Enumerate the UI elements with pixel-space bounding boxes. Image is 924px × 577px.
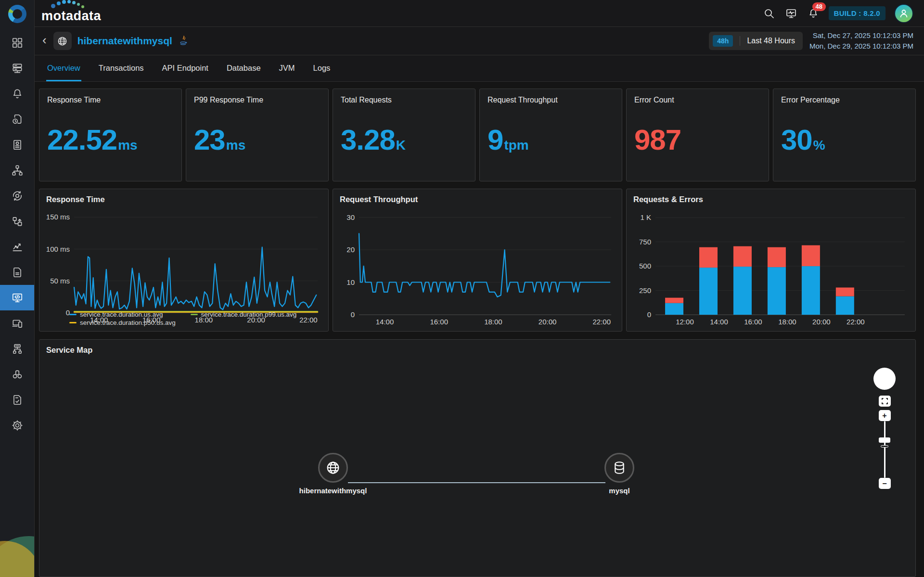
server-monitor-icon [11,62,24,75]
topbar: motadata 48 BUILD : 8.2.0 [35,0,924,27]
zoom-slider-handle[interactable] [879,437,890,443]
svg-text:1 K: 1 K [640,213,651,221]
kpi-row: Response Time 22.52ms P99 Response Time … [39,89,916,181]
file-clock-icon [11,113,24,126]
sidebar-item-devices[interactable] [0,310,35,336]
monitor-activity-button[interactable] [784,7,798,20]
notifications-button[interactable]: 48 [807,7,820,20]
node-label: mysql [609,487,629,495]
svg-text:16:00: 16:00 [744,318,762,326]
report-doc-icon [11,139,24,151]
build-version-badge: BUILD : 8.2.0 [829,6,886,20]
kpi-request-throughput: Request Throughput 9tpm [479,89,622,181]
page-title: hibernatewithmysql [77,35,172,47]
sidebar-item-network[interactable] [0,336,35,361]
tab-api-endpoint[interactable]: API Endpoint [161,57,209,81]
sidebar-item-alerts[interactable] [0,81,35,106]
svg-text:0: 0 [351,310,355,319]
sidebar-item-integrations[interactable] [0,208,35,234]
kpi-value: 3.28 [341,124,395,156]
node-label: hibernatewithmysql [299,487,367,495]
bell-icon [11,88,24,100]
pan-left-icon [875,376,880,381]
kpi-response-time: Response Time 22.52ms [39,89,182,181]
tab-database[interactable]: Database [226,57,262,81]
sidebar-item-logs[interactable] [0,259,35,285]
fit-icon [882,398,888,404]
sidebar-item-settings[interactable] [0,412,35,438]
binoculars-icon [11,368,24,381]
svg-text:22:00: 22:00 [593,318,611,326]
kpi-unit: ms [226,138,245,153]
chart-legend: service.trace.duration.us.avgservice.tra… [46,310,321,327]
sidebar-item-dashboard[interactable] [0,30,35,55]
user-icon [898,8,910,19]
zoom-out-button[interactable]: − [879,478,891,489]
svg-text:20:00: 20:00 [539,318,557,326]
breadcrumb-bar: ‹ hibernatewithmysql 48h Last 48 Hours [35,27,924,55]
brand-logo: motadata [41,3,101,24]
kpi-unit: K [396,138,406,153]
svg-text:18:00: 18:00 [484,318,502,326]
service-map-node-mysql[interactable]: mysql [590,453,648,495]
zoom-slider-mark [881,445,888,448]
zoom-in-button[interactable]: + [879,410,891,421]
gear-sync-icon [11,190,24,202]
kpi-value: 30 [781,124,812,156]
kpi-unit: % [813,138,825,153]
service-map-title: Service Map [46,346,909,355]
kpi-p99-response-time: P99 Response Time 23ms [186,89,329,181]
user-avatar[interactable] [894,4,913,23]
pan-control[interactable] [873,368,896,390]
brand-text: motadata [41,9,101,23]
range-start-date: Sat, Dec 27, 2025 10:12:03 PM [809,30,913,41]
kpi-unit: ms [118,138,137,153]
svg-text:750: 750 [639,238,651,246]
sidebar-item-discovery[interactable] [0,361,35,387]
svg-text:12:00: 12:00 [676,318,694,326]
kpi-unit: tpm [504,138,528,153]
zoom-slider[interactable] [878,421,891,478]
sidebar [0,0,35,577]
sidebar-item-apm[interactable] [0,285,35,310]
fit-to-screen-button[interactable] [879,396,891,407]
tab-bar: Overview Transactions API Endpoint Datab… [35,55,924,82]
kpi-total-requests: Total Requests 3.28K [333,89,475,181]
sidebar-item-metrics[interactable] [0,234,35,259]
tab-transactions[interactable]: Transactions [98,57,145,81]
kpi-label: Total Requests [341,96,467,104]
svg-text:250: 250 [639,286,651,295]
svg-text:100 ms: 100 ms [46,245,70,253]
divider [740,36,740,46]
motadata-logo-icon[interactable] [8,5,26,23]
response-time-chart: 150 ms100 ms50 ms014:0016:0018:0020:0022… [46,206,321,310]
kpi-label: Response Time [47,96,174,104]
sidebar-item-topology[interactable] [0,157,35,183]
globe-icon [57,36,68,47]
tab-logs[interactable]: Logs [312,57,332,81]
sidebar-item-infrastructure[interactable] [0,55,35,81]
sidebar-item-scheduled-reports[interactable] [0,106,35,132]
legend-item: service.trace.duration.p50.us.avg [69,319,191,326]
sidebar-item-automation[interactable] [0,183,35,208]
file-check-icon [11,394,24,406]
legend-swatch [69,314,77,315]
time-range-selector[interactable]: 48h Last 48 Hours [709,32,803,50]
legend-item: service.trace.duration.us.avg [69,311,191,318]
kpi-value: 9 [488,124,503,156]
svg-text:10: 10 [346,278,355,286]
decorative-blob-yellow [0,541,35,577]
service-map-node-hibernatewithmysql[interactable]: hibernatewithmysql [304,453,362,495]
sidebar-item-audit[interactable] [0,387,35,412]
integration-icon [11,215,24,228]
back-button[interactable]: ‹ [42,34,48,48]
sidebar-item-reports[interactable] [0,132,35,157]
search-button[interactable] [762,7,776,20]
svg-text:14:00: 14:00 [376,318,394,326]
metrics-chart-icon [11,241,24,253]
globe-icon [325,460,341,475]
dashboard-grid-icon [11,37,24,49]
tab-jvm[interactable]: JVM [278,57,296,81]
tab-overview[interactable]: Overview [46,57,81,81]
kpi-label: Error Count [634,96,761,104]
